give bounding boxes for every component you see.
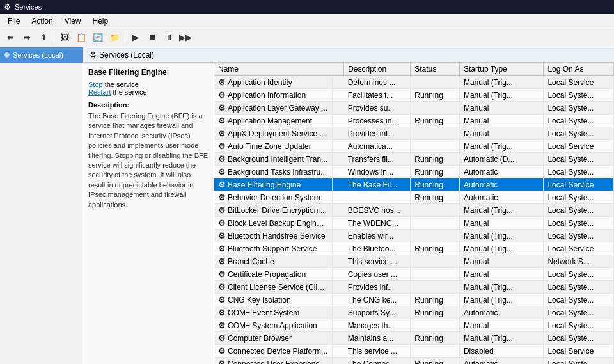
stop-link[interactable]: Stop xyxy=(88,81,103,88)
description-panel: Base Filtering Engine Stop the service R… xyxy=(83,63,214,364)
resume-service-button[interactable]: ▶▶ xyxy=(178,30,193,45)
service-icon: ⚙ xyxy=(218,359,226,364)
table-row[interactable]: ⚙Background Intelligent Tran...Transfers… xyxy=(214,153,614,166)
table-row[interactable]: ⚙Application Layer Gateway ...Provides s… xyxy=(214,102,614,115)
stop-service-button[interactable]: ⏹ xyxy=(145,30,160,45)
table-row[interactable]: ⚙Connected Device Platform...This servic… xyxy=(214,345,614,358)
service-desc-cell: Copies user ... xyxy=(344,268,411,281)
service-status-cell xyxy=(411,217,460,230)
table-row[interactable]: ⚙COM+ Event SystemSupports Sy...RunningA… xyxy=(214,306,614,319)
service-desc-cell xyxy=(344,191,411,204)
service-name-cell: ⚙COM+ Event System xyxy=(214,306,333,319)
service-status-cell xyxy=(411,230,460,242)
pause-service-button[interactable]: ⏸ xyxy=(161,30,177,45)
service-name-cell: ⚙Bluetooth Handsfree Service xyxy=(214,230,333,242)
service-name-text: BitLocker Drive Encryption ... xyxy=(228,206,327,215)
col-header-name[interactable]: Name xyxy=(214,63,344,76)
service-status-cell: Running xyxy=(411,242,460,255)
service-startup-cell: Automatic xyxy=(459,178,543,191)
table-row[interactable]: ⚙Application ManagementProcesses in...Ru… xyxy=(214,115,614,127)
service-name-text: Connected Device Platform... xyxy=(228,347,327,356)
service-name-text: Auto Time Zone Updater xyxy=(228,142,311,151)
service-desc-cell: This service ... xyxy=(344,345,411,358)
service-desc-cell: The CNG ke... xyxy=(344,294,411,306)
service-desc-cell: Supports Sy... xyxy=(344,306,411,319)
export-button[interactable]: 📁 xyxy=(107,30,122,45)
restart-suffix: the service xyxy=(111,88,146,96)
col-header-desc[interactable]: Description xyxy=(344,63,411,76)
menu-bar: File Action View Help xyxy=(0,14,614,28)
table-row[interactable]: ⚙Base Filtering EngineThe Base Fil...Run… xyxy=(214,178,614,191)
col-header-logon[interactable]: Log On As xyxy=(544,63,614,76)
table-row[interactable]: ⚙Block Level Backup Engine ...The WBENG.… xyxy=(214,217,614,230)
table-row[interactable]: ⚙Client License Service (ClipS...Provide… xyxy=(214,281,614,294)
table-row[interactable]: ⚙Behavior Detection SystemRunningAutomat… xyxy=(214,191,614,204)
table-row[interactable]: ⚙COM+ System ApplicationManages th...Man… xyxy=(214,319,614,332)
service-desc-cell: Automatica... xyxy=(344,140,411,153)
service-logon-cell: Local Syste... xyxy=(544,89,614,102)
col-header-startup[interactable]: Startup Type xyxy=(459,63,543,76)
table-row[interactable]: ⚙BitLocker Drive Encryption ...BDESVC ho… xyxy=(214,204,614,217)
service-name-text: COM+ Event System xyxy=(228,308,299,317)
back-button[interactable]: ⬅ xyxy=(3,30,18,45)
table-row[interactable]: ⚙Connected User Experience...The Connec.… xyxy=(214,358,614,365)
table-row[interactable]: ⚙Application InformationFacilitates t...… xyxy=(214,89,614,102)
service-status-cell: Running xyxy=(411,306,460,319)
service-logon-cell: Local Syste... xyxy=(544,281,614,294)
service-icon: ⚙ xyxy=(218,154,226,164)
service-status-cell xyxy=(411,255,460,268)
service-startup-cell: Disabled xyxy=(459,345,543,358)
start-service-button[interactable]: ▶ xyxy=(128,30,143,45)
service-name-cell: ⚙Background Tasks Infrastru... xyxy=(214,166,333,178)
sidebar-title: Services (Local) xyxy=(13,51,63,59)
service-desc-cell: Provides inf... xyxy=(344,281,411,294)
service-icon: ⚙ xyxy=(218,244,226,253)
table-row[interactable]: ⚙Computer BrowserMaintains a...RunningMa… xyxy=(214,332,614,345)
table-row[interactable]: ⚙Bluetooth Support ServiceThe Bluetoo...… xyxy=(214,242,614,255)
service-name-cell: ⚙Application Identity xyxy=(214,76,333,88)
properties-button[interactable]: 📋 xyxy=(74,30,89,45)
main-container: ⚙ Services (Local) ⚙ Services (Local) Ba… xyxy=(0,47,614,364)
table-row[interactable]: ⚙BranchCacheThis service ...ManualNetwor… xyxy=(214,255,614,268)
services-table-container[interactable]: Name Description Status Startup Type Log… xyxy=(214,63,614,364)
table-row[interactable]: ⚙Certificate PropagationCopies user ...M… xyxy=(214,268,614,281)
show-hide-button[interactable]: 🖼 xyxy=(57,30,72,45)
refresh-button[interactable]: 🔄 xyxy=(90,30,106,45)
title-bar: ⚙ Services xyxy=(0,0,614,14)
service-status-cell: Running xyxy=(411,166,460,178)
up-button[interactable]: ⬆ xyxy=(36,30,51,45)
table-row[interactable]: ⚙Auto Time Zone UpdaterAutomatica...Manu… xyxy=(214,140,614,153)
service-name-cell: ⚙Base Filtering Engine xyxy=(214,178,333,191)
table-row[interactable]: ⚙Application IdentityDetermines ...Manua… xyxy=(214,76,614,89)
service-name-cell: ⚙BranchCache xyxy=(214,255,333,267)
service-icon: ⚙ xyxy=(218,193,226,202)
col-header-status[interactable]: Status xyxy=(411,63,460,76)
service-logon-cell: Local Syste... xyxy=(544,230,614,242)
forward-button[interactable]: ➡ xyxy=(19,30,35,45)
service-logon-cell: Local Syste... xyxy=(544,166,614,178)
service-startup-cell: Manual xyxy=(459,319,543,332)
service-icon: ⚙ xyxy=(218,308,226,317)
sidebar: ⚙ Services (Local) xyxy=(0,47,83,364)
services-tbody: ⚙Application IdentityDetermines ...Manua… xyxy=(214,76,614,365)
service-startup-cell: Manual (Trig... xyxy=(459,242,543,255)
menu-help[interactable]: Help xyxy=(88,15,114,27)
service-name-text: Base Filtering Engine xyxy=(228,180,301,189)
content-header-icon: ⚙ xyxy=(90,51,97,59)
service-desc-cell: Manages th... xyxy=(344,319,411,332)
service-name-text: Connected User Experience... xyxy=(228,360,328,365)
table-row[interactable]: ⚙Bluetooth Handsfree ServiceEnables wir.… xyxy=(214,230,614,242)
menu-file[interactable]: File xyxy=(3,15,25,27)
service-name-cell: ⚙Connected User Experience... xyxy=(214,358,333,364)
split-pane: Base Filtering Engine Stop the service R… xyxy=(83,63,614,364)
menu-action[interactable]: Action xyxy=(26,15,58,27)
table-row[interactable]: ⚙CNG Key IsolationThe CNG ke...RunningMa… xyxy=(214,294,614,306)
service-startup-cell: Automatic (D... xyxy=(459,153,543,166)
table-row[interactable]: ⚙AppX Deployment Service (...Provides in… xyxy=(214,127,614,140)
service-icon: ⚙ xyxy=(218,180,226,189)
menu-view[interactable]: View xyxy=(59,15,86,27)
restart-link[interactable]: Restart xyxy=(88,88,111,96)
service-desc-cell: The Bluetoo... xyxy=(344,242,411,255)
service-name-text: Computer Browser xyxy=(228,334,292,343)
table-row[interactable]: ⚙Background Tasks Infrastru...Windows in… xyxy=(214,166,614,178)
